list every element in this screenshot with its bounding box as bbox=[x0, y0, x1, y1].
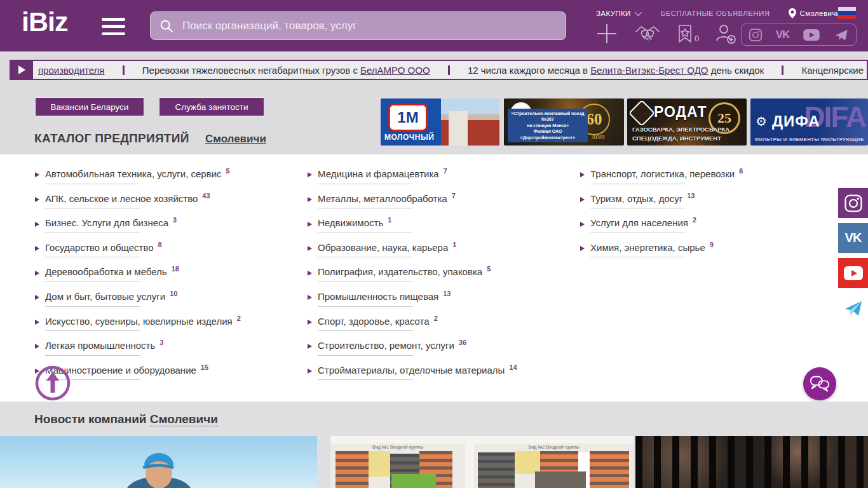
category-item[interactable]: Медицина и фармацевтика7 bbox=[308, 163, 574, 187]
triangle-bullet-icon bbox=[308, 271, 312, 276]
category-count: 36 bbox=[459, 339, 466, 346]
instagram-icon[interactable] bbox=[838, 188, 868, 218]
category-label: Искусство, сувениры, ювелирные изделия bbox=[45, 316, 233, 327]
add-user-icon bbox=[714, 23, 736, 44]
bookmarks-button[interactable]: 0 bbox=[677, 24, 699, 43]
category-item[interactable]: Услуги для населения2 bbox=[580, 212, 847, 236]
category-label: Стройматериалы, отделочные материалы bbox=[318, 365, 505, 376]
category-item[interactable]: Полиграфия, издательство, упаковка5 bbox=[308, 261, 574, 285]
news-title-text: Новости компаний bbox=[34, 412, 147, 426]
banner-smp367-text: «Строительно-монтажный поезд №367 на ста… bbox=[508, 109, 588, 142]
vk-icon[interactable]: VK bbox=[838, 223, 868, 253]
banner-difa-text: ФИЛЬТРЫ И ЭЛЕМЕНТЫ ФИЛЬТРУЮЩИЕ bbox=[750, 137, 868, 142]
header: iBiz ЗАКУПКИ БЕСПЛАТНЫЕ ОБЪЯВЛЕНИЯ Смоле… bbox=[0, 0, 868, 51]
triangle-bullet-icon bbox=[308, 295, 312, 300]
category-item[interactable]: Туризм, отдых, досуг13 bbox=[580, 187, 847, 212]
news-image-person[interactable] bbox=[0, 436, 317, 488]
triangle-bullet-icon bbox=[35, 320, 39, 325]
triangle-bullet-icon bbox=[308, 320, 312, 325]
instagram-icon[interactable] bbox=[749, 28, 763, 42]
bookmark-star-icon bbox=[677, 24, 693, 43]
nav-free-ads[interactable]: БЕСПЛАТНЫЕ ОБЪЯВЛЕНИЯ bbox=[661, 10, 770, 17]
category-item[interactable]: Спорт, здоровье, красота2 bbox=[308, 310, 574, 335]
ticker-link[interactable]: БелАМРО ООО bbox=[360, 65, 430, 76]
banner-building-image bbox=[441, 98, 499, 146]
category-label: Государство и общество bbox=[45, 242, 154, 253]
up-arrow-icon bbox=[35, 365, 71, 401]
banner-rodat[interactable]: РОДАТ 25 ГАЗОСВАРКА, ЭЛЕКТРОСВАРКА СПЕЦО… bbox=[627, 98, 747, 146]
ticker-plain-text: Канцелярские bbox=[801, 65, 864, 76]
category-item[interactable]: Искусство, сувениры, ювелирные изделия2 bbox=[35, 310, 302, 335]
category-count: 10 bbox=[170, 290, 177, 297]
category-label: Промышленность пищевая bbox=[318, 291, 438, 302]
banner-60-caption: лет bbox=[592, 132, 605, 142]
nav-city[interactable]: Смолевичи bbox=[789, 8, 840, 18]
russian-flag-icon[interactable] bbox=[838, 7, 856, 19]
nav-zakupki-label: ЗАКУПКИ bbox=[596, 10, 631, 17]
category-label: Металлы, металлообработка bbox=[318, 193, 447, 204]
category-count: 2 bbox=[237, 315, 241, 322]
catalog-city-link[interactable]: Смолевичи bbox=[205, 133, 266, 146]
category-item[interactable]: Химия, энергетика, сырье9 bbox=[580, 236, 847, 261]
category-item[interactable]: Транспорт, логистика, перевозки6 bbox=[580, 163, 847, 187]
youtube-icon[interactable] bbox=[838, 258, 868, 288]
chat-button[interactable] bbox=[803, 367, 836, 400]
telegram-icon[interactable] bbox=[838, 293, 868, 323]
category-item[interactable]: Государство и общество8 bbox=[35, 236, 302, 261]
category-count: 5 bbox=[487, 265, 491, 273]
ticker-link[interactable]: производителя bbox=[38, 65, 104, 76]
top-nav: ЗАКУПКИ БЕСПЛАТНЫЕ ОБЪЯВЛЕНИЯ Смолевичи bbox=[596, 8, 840, 18]
youtube-icon[interactable] bbox=[803, 29, 820, 41]
header-social-links: VK bbox=[741, 24, 857, 46]
location-pin-icon bbox=[789, 8, 796, 18]
category-item[interactable]: Металлы, металлообработка7 bbox=[308, 187, 574, 212]
category-item[interactable]: Дом и быт, бытовые услуги10 bbox=[35, 285, 302, 310]
vk-icon[interactable]: VK bbox=[776, 29, 790, 41]
banner-smp367[interactable]: ⚒ 60 лет «Строительно-монтажный поезд №3… bbox=[504, 98, 624, 146]
category-label: Автомобильная техника, услуги, сервис bbox=[45, 168, 222, 179]
category-item[interactable]: Стройматериалы, отделочные материалы14 bbox=[308, 359, 574, 384]
add-listing-button[interactable] bbox=[596, 23, 618, 44]
ticker-play-button[interactable] bbox=[11, 61, 33, 79]
telegram-icon[interactable] bbox=[834, 27, 849, 43]
add-user-button[interactable] bbox=[714, 23, 736, 44]
employment-service-button[interactable]: Служба занятости bbox=[159, 97, 264, 116]
vacancies-button[interactable]: Вакансии Беларуси bbox=[35, 97, 144, 116]
category-item[interactable]: Деревообработка и мебель18 bbox=[35, 261, 302, 285]
category-item[interactable]: Промышленность пищевая13 bbox=[308, 285, 574, 310]
triangle-bullet-icon bbox=[580, 246, 585, 251]
category-item[interactable]: АПК, сельское и лесное хозяйство43 bbox=[35, 187, 302, 212]
ticker-link[interactable]: Белита-Витэкс-Брест ОДО bbox=[590, 65, 708, 76]
category-label: Деревообработка и мебель bbox=[45, 267, 167, 278]
banner-difa[interactable]: DIFA ⚙ ДИФА ФИЛЬТРЫ И ЭЛЕМЕНТЫ ФИЛЬТРУЮЩ… bbox=[750, 98, 868, 146]
category-count: 7 bbox=[452, 192, 456, 200]
ticker-plain-text: 12 числа каждого месяца в bbox=[468, 65, 588, 76]
triangle-bullet-icon bbox=[308, 344, 312, 349]
category-item[interactable]: Недвижимость1 bbox=[308, 212, 574, 236]
category-item[interactable]: Бизнес. Услуги для бизнеса3 bbox=[35, 212, 302, 236]
news-image-building-render[interactable]: Вид №1 Входной группы Вид №2 Входной гру… bbox=[330, 436, 634, 488]
category-count: 43 bbox=[202, 192, 210, 200]
triangle-bullet-icon bbox=[35, 222, 39, 227]
category-item[interactable]: Легкая промышленность3 bbox=[35, 334, 302, 359]
category-label: Медицина и фармацевтика bbox=[318, 168, 439, 179]
category-item[interactable]: Машиностроение и оборудование15 bbox=[35, 359, 302, 384]
triangle-bullet-icon bbox=[35, 295, 39, 300]
category-item[interactable]: Строительство, ремонт, услуги36 bbox=[308, 334, 574, 359]
category-count: 2 bbox=[693, 216, 696, 224]
partners-button[interactable] bbox=[634, 25, 661, 45]
news-image-fence[interactable] bbox=[635, 436, 868, 488]
category-label: АПК, сельское и лесное хозяйство bbox=[45, 193, 198, 204]
nav-zakupki[interactable]: ЗАКУПКИ bbox=[596, 10, 640, 17]
category-item[interactable]: Автомобильная техника, услуги, сервис5 bbox=[35, 163, 302, 187]
triangle-bullet-icon bbox=[308, 246, 312, 251]
category-item[interactable]: Образование, наука, карьера1 bbox=[308, 236, 574, 261]
category-label: Строительство, ремонт, услуги bbox=[318, 340, 454, 351]
scroll-to-top-button[interactable] bbox=[35, 365, 71, 401]
catalog-title: КАТАЛОГ ПРЕДПРИЯТИЙ bbox=[34, 132, 189, 146]
banner-rodat-text: ГАЗОСВАРКА, ЭЛЕКТРОСВАРКА СПЕЦОДЕЖДА, ИН… bbox=[627, 125, 747, 143]
news-city-link[interactable]: Смолевичи bbox=[150, 412, 218, 426]
catalog-column-1: Автомобильная техника, услуги, сервис5 А… bbox=[35, 163, 302, 383]
banner-1m-molochny[interactable]: 1М МОЛОЧНЫЙ bbox=[381, 98, 499, 146]
header-icon-row: 0 bbox=[0, 23, 868, 47]
